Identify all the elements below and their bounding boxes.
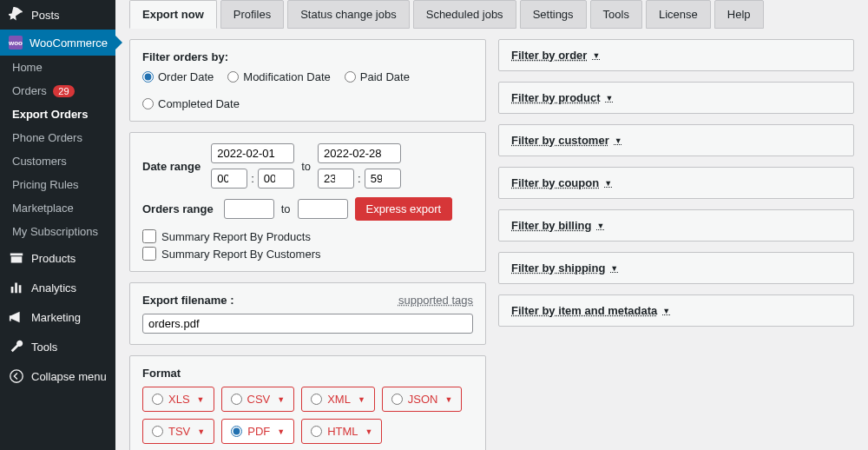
label: Tools bbox=[31, 341, 57, 354]
to-label: to bbox=[301, 160, 311, 173]
format-option-xls[interactable]: XLS bbox=[142, 387, 214, 412]
filter-panel-filter-by-billing: Filter by billing bbox=[498, 209, 854, 242]
filter-panel-filter-by-item-and-metadata: Filter by item and metadata bbox=[498, 294, 854, 327]
filter-toggle[interactable]: Filter by customer bbox=[511, 134, 622, 147]
sidebar-sub-orders[interactable]: Orders 29 bbox=[0, 79, 115, 103]
tab-export-now[interactable]: Export now bbox=[129, 0, 217, 29]
radio[interactable] bbox=[231, 394, 242, 405]
tab-tools[interactable]: Tools bbox=[590, 0, 642, 29]
label: HTML bbox=[327, 425, 358, 438]
label: Collapse menu bbox=[31, 370, 107, 383]
filename-label: Export filename : bbox=[142, 294, 233, 307]
sidebar-sub-home[interactable]: Home bbox=[0, 56, 115, 79]
filter-toggle[interactable]: Filter by shipping bbox=[511, 261, 618, 275]
time-to-m[interactable] bbox=[365, 169, 401, 189]
sidebar-item-posts[interactable]: Posts bbox=[0, 0, 115, 30]
radio[interactable] bbox=[311, 394, 322, 405]
format-option-pdf[interactable]: PDF bbox=[221, 419, 294, 444]
radio[interactable] bbox=[391, 394, 403, 405]
filter-toggle[interactable]: Filter by order bbox=[511, 49, 600, 62]
to-label: to bbox=[281, 202, 291, 215]
tab-settings[interactable]: Settings bbox=[520, 0, 587, 29]
sidebar-sub-marketplace[interactable]: Marketplace bbox=[0, 196, 115, 220]
wrench-icon bbox=[9, 339, 24, 354]
time-to-h[interactable] bbox=[318, 169, 354, 189]
tab-help[interactable]: Help bbox=[714, 0, 764, 29]
label: XML bbox=[327, 393, 351, 406]
filename-panel: Export filename : supported tags bbox=[129, 282, 486, 345]
label: CSV bbox=[247, 393, 271, 406]
time-from-h[interactable] bbox=[211, 169, 247, 189]
tab-scheduled-jobs[interactable]: Scheduled jobs bbox=[413, 0, 516, 29]
date-range-label: Date range bbox=[142, 160, 201, 173]
filter-panel-filter-by-order: Filter by order bbox=[498, 39, 854, 71]
label: Summary Report By Customers bbox=[161, 248, 321, 261]
pin-icon bbox=[9, 7, 24, 23]
label: Order Date bbox=[158, 70, 214, 83]
checkbox[interactable] bbox=[142, 229, 156, 243]
format-option-tsv[interactable]: TSV bbox=[142, 419, 214, 444]
label: Products bbox=[31, 252, 76, 265]
format-panel: Format XLSCSVXMLJSONTSVPDFHTML Date 20/0… bbox=[129, 355, 486, 450]
filter-panel-filter-by-product: Filter by product bbox=[498, 82, 854, 114]
label: PDF bbox=[247, 425, 270, 438]
format-option-xml[interactable]: XML bbox=[301, 387, 375, 412]
sidebar-item-analytics[interactable]: Analytics bbox=[0, 273, 115, 302]
date-option-completed-date[interactable]: Completed Date bbox=[142, 97, 240, 110]
summary-customers-check[interactable]: Summary Report By Customers bbox=[142, 247, 473, 261]
date-option-modification-date[interactable]: Modification Date bbox=[227, 70, 330, 83]
orders-to-input[interactable] bbox=[298, 199, 348, 219]
orders-from-input[interactable] bbox=[224, 199, 274, 219]
label: TSV bbox=[168, 425, 190, 438]
sidebar-item-marketing[interactable]: Marketing bbox=[0, 302, 115, 332]
radio[interactable] bbox=[152, 426, 163, 437]
sidebar-sub-customers[interactable]: Customers bbox=[0, 149, 115, 173]
radio[interactable] bbox=[345, 71, 356, 83]
summary-products-check[interactable]: Summary Report By Products bbox=[142, 229, 473, 243]
format-option-json[interactable]: JSON bbox=[382, 387, 463, 412]
format-option-html[interactable]: HTML bbox=[301, 419, 382, 444]
date-from-input[interactable] bbox=[211, 143, 294, 163]
radio[interactable] bbox=[311, 426, 322, 437]
sidebar-item-tools[interactable]: Tools bbox=[0, 332, 115, 361]
megaphone-icon bbox=[9, 309, 24, 325]
sidebar-sub-export-orders[interactable]: Export Orders bbox=[0, 103, 115, 126]
label: XLS bbox=[168, 393, 190, 406]
filter-orders-panel: Filter orders by: Order DateModification… bbox=[129, 39, 486, 122]
supported-tags-link[interactable]: supported tags bbox=[398, 294, 473, 307]
sidebar-item-woocommerce[interactable]: woo WooCommerce bbox=[0, 30, 115, 56]
filter-toggle[interactable]: Filter by billing bbox=[511, 219, 604, 232]
radio[interactable] bbox=[142, 71, 154, 83]
tab-status-change-jobs[interactable]: Status change jobs bbox=[287, 0, 410, 29]
radio[interactable] bbox=[152, 394, 163, 405]
date-option-order-date[interactable]: Order Date bbox=[142, 70, 214, 83]
filter-toggle[interactable]: Filter by coupon bbox=[511, 176, 612, 189]
label: Analytics bbox=[31, 281, 76, 294]
sidebar-sub-phone-orders[interactable]: Phone Orders bbox=[0, 126, 115, 149]
date-to-input[interactable] bbox=[318, 143, 401, 163]
filter-toggle[interactable]: Filter by item and metadata bbox=[511, 304, 670, 317]
time-from-m[interactable] bbox=[258, 169, 294, 189]
collapse-icon bbox=[9, 368, 24, 384]
filter-panel-filter-by-customer: Filter by customer bbox=[498, 124, 854, 156]
express-export-button[interactable]: Express export bbox=[355, 197, 453, 221]
sidebar-sub-pricing-rules[interactable]: Pricing Rules bbox=[0, 173, 115, 196]
format-option-csv[interactable]: CSV bbox=[221, 387, 295, 412]
sidebar-sub-my-subscriptions[interactable]: My Subscriptions bbox=[0, 220, 115, 243]
label: Completed Date bbox=[158, 97, 240, 110]
label: WooCommerce bbox=[30, 36, 108, 50]
checkbox[interactable] bbox=[142, 247, 156, 261]
radio[interactable] bbox=[142, 98, 154, 109]
date-option-paid-date[interactable]: Paid Date bbox=[345, 70, 410, 83]
tab-license[interactable]: License bbox=[646, 0, 711, 29]
colon: : bbox=[358, 172, 361, 185]
sidebar-collapse[interactable]: Collapse menu bbox=[0, 361, 115, 391]
radio[interactable] bbox=[231, 426, 242, 437]
filter-by-label: Filter orders by: bbox=[142, 50, 473, 63]
filter-toggle[interactable]: Filter by product bbox=[511, 91, 613, 104]
label: Modification Date bbox=[243, 70, 330, 83]
radio[interactable] bbox=[227, 71, 239, 83]
filename-input[interactable] bbox=[142, 314, 473, 334]
sidebar-item-products[interactable]: Products bbox=[0, 243, 115, 273]
tab-profiles[interactable]: Profiles bbox=[220, 0, 284, 29]
